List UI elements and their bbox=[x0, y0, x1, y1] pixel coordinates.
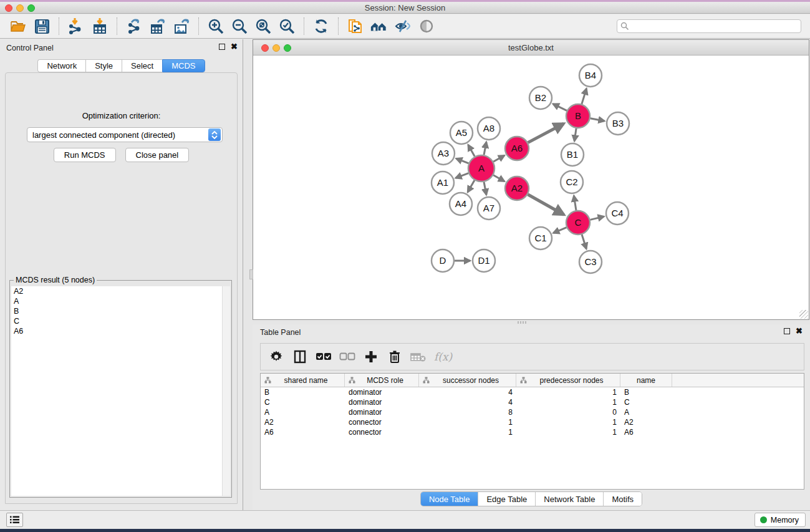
zoom-selected-icon[interactable] bbox=[277, 17, 296, 36]
toolbar-separator bbox=[117, 17, 117, 35]
add-icon[interactable] bbox=[360, 346, 382, 367]
graph-edge-B-B1[interactable] bbox=[574, 128, 576, 141]
tab-motifs[interactable]: Motifs bbox=[604, 492, 642, 506]
run-mcds-button[interactable]: Run MCDS bbox=[54, 148, 116, 162]
mcds-tab-content: Optimization criterion: largest connecte… bbox=[5, 72, 238, 504]
tab-node-table[interactable]: Node Table bbox=[421, 492, 479, 506]
select-all-icon[interactable] bbox=[313, 346, 334, 367]
graph-edge-C-C1[interactable] bbox=[553, 228, 566, 233]
open-session-icon[interactable] bbox=[9, 17, 27, 36]
clone-network-icon[interactable] bbox=[346, 17, 365, 36]
zoom-out-icon[interactable] bbox=[230, 17, 249, 36]
toolbar-separator bbox=[304, 17, 304, 35]
column-selector-icon[interactable] bbox=[289, 346, 311, 367]
mcds-result-item[interactable]: C bbox=[11, 316, 230, 326]
tab-select[interactable]: Select bbox=[122, 59, 162, 72]
column-header-shared-name[interactable]: shared name bbox=[261, 374, 345, 387]
table-panel-title: Table Panel bbox=[260, 328, 301, 337]
optimization-criterion-label: Optimization criterion: bbox=[6, 111, 237, 120]
float-panel-icon[interactable] bbox=[219, 44, 225, 50]
eye-icon[interactable] bbox=[417, 17, 436, 36]
houses-icon[interactable] bbox=[370, 17, 388, 36]
graph-edge-A-A2[interactable] bbox=[493, 175, 504, 181]
mcds-result-title: MCDS result (5 nodes) bbox=[14, 276, 97, 284]
graph-edge-A-A5[interactable] bbox=[468, 145, 475, 157]
graph-node-label-A2: A2 bbox=[511, 183, 523, 193]
mcds-result-box: MCDS result (5 nodes) A2 A B C A6 bbox=[9, 280, 232, 498]
delete-icon[interactable] bbox=[384, 346, 405, 367]
zoom-in-icon[interactable] bbox=[206, 17, 225, 36]
graph-edge-A2-C[interactable] bbox=[528, 195, 564, 215]
table-row[interactable]: A6 connector 1 1 A6 bbox=[261, 427, 804, 437]
mcds-result-list[interactable]: A2 A B C A6 bbox=[11, 286, 230, 496]
gear-icon[interactable] bbox=[266, 346, 287, 367]
graph-edge-A-A6[interactable] bbox=[493, 155, 504, 162]
table-row[interactable]: B dominator 4 1 B bbox=[261, 387, 804, 397]
mcds-result-item[interactable]: A6 bbox=[11, 326, 230, 336]
mcds-result-item[interactable]: B bbox=[11, 306, 230, 316]
graph-edge-A-A8[interactable] bbox=[484, 142, 486, 155]
graph-edge-C-C4[interactable] bbox=[590, 216, 604, 220]
memory-button[interactable]: Memory bbox=[755, 513, 806, 527]
graph-edge-B-B4[interactable] bbox=[582, 89, 587, 104]
close-panel-icon[interactable]: ✖ bbox=[231, 44, 238, 50]
column-header-successor-nodes[interactable]: successor nodes bbox=[419, 374, 516, 387]
graph-edge-C-C3[interactable] bbox=[582, 235, 586, 249]
window-titlebar[interactable]: Session: New Session bbox=[0, 2, 810, 14]
graph-edge-A-A4[interactable] bbox=[468, 180, 475, 192]
column-header-predecessor-nodes[interactable]: predecessor nodes bbox=[516, 374, 620, 387]
tab-mcds[interactable]: MCDS bbox=[162, 59, 205, 72]
search-input[interactable] bbox=[617, 19, 801, 33]
control-panel: Control Panel ✖ Network Style Select MCD… bbox=[0, 39, 243, 510]
graph-node-label-A1: A1 bbox=[437, 177, 448, 188]
criterion-dropdown[interactable]: largest connected component (directed) bbox=[27, 127, 223, 142]
split-pane-handle[interactable] bbox=[249, 269, 253, 279]
import-network-icon[interactable] bbox=[67, 17, 85, 36]
table-row[interactable]: C dominator 4 1 C bbox=[261, 397, 804, 407]
horizontal-divider-handle[interactable] bbox=[518, 321, 528, 324]
close-panel-button[interactable]: Close panel bbox=[125, 148, 190, 162]
tab-network[interactable]: Network bbox=[37, 59, 85, 72]
mcds-list-scrollbar[interactable] bbox=[222, 286, 230, 496]
graph-edge-A6-B[interactable] bbox=[528, 123, 564, 142]
graph-edge-A-A3[interactable] bbox=[456, 158, 468, 163]
tab-network-table[interactable]: Network Table bbox=[536, 492, 604, 506]
graph-edge-B-B3[interactable] bbox=[591, 118, 605, 121]
save-session-icon[interactable] bbox=[32, 17, 51, 36]
refresh-icon[interactable] bbox=[312, 17, 330, 36]
network-graph[interactable]: AA1A2A3A4A5A6A7A8BB1B2B3B4CC1C2C3C4DD1 bbox=[253, 56, 809, 319]
network-window-titlebar[interactable]: testGlobe.txt bbox=[253, 40, 809, 56]
graph-edge-A-A1[interactable] bbox=[456, 173, 469, 178]
tab-style[interactable]: Style bbox=[85, 59, 122, 72]
memory-status-icon bbox=[760, 516, 767, 523]
table-row[interactable]: A2 connector 1 1 A2 bbox=[261, 417, 804, 427]
deselect-all-icon[interactable] bbox=[337, 346, 358, 367]
node-table[interactable]: shared name MCDS role successor nodes bbox=[260, 373, 804, 490]
float-table-panel-icon[interactable] bbox=[784, 328, 790, 334]
graph-edge-A-A7[interactable] bbox=[484, 182, 486, 195]
task-history-button[interactable] bbox=[6, 513, 23, 527]
export-table-icon[interactable] bbox=[148, 17, 167, 36]
export-image-icon[interactable] bbox=[172, 17, 191, 36]
zoom-fit-icon[interactable] bbox=[254, 17, 272, 36]
table-row[interactable]: A dominator 8 0 A bbox=[261, 407, 804, 417]
hide-eye-icon[interactable] bbox=[393, 17, 412, 36]
graph-edge-C-C2[interactable] bbox=[574, 196, 576, 210]
column-header-name[interactable]: name bbox=[620, 374, 672, 387]
toolbar-separator bbox=[198, 17, 199, 35]
dropdown-stepper-icon bbox=[208, 128, 221, 141]
table-tabs-row: Node Table Edge Table Network Table Moti… bbox=[253, 491, 810, 506]
network-view-window[interactable]: testGlobe.txt AA1A2A3A4A5A6A7A8BB1B2B3B4… bbox=[253, 39, 809, 320]
graph-node-label-B: B bbox=[575, 110, 581, 121]
tab-edge-table[interactable]: Edge Table bbox=[478, 492, 536, 506]
import-table-icon[interactable] bbox=[90, 17, 109, 36]
export-network-icon[interactable] bbox=[125, 17, 143, 36]
mcds-result-item[interactable]: A bbox=[11, 296, 230, 306]
window-resize-grip[interactable] bbox=[799, 310, 808, 319]
mcds-result-item[interactable]: A2 bbox=[11, 286, 230, 296]
graph-node-label-B4: B4 bbox=[585, 70, 596, 80]
graph-edge-B-B2[interactable] bbox=[553, 104, 567, 111]
network-canvas[interactable]: AA1A2A3A4A5A6A7A8BB1B2B3B4CC1C2C3C4DD1 bbox=[253, 56, 809, 319]
column-header-mcds-role[interactable]: MCDS role bbox=[345, 374, 419, 387]
close-table-panel-icon[interactable]: ✖ bbox=[796, 328, 803, 334]
